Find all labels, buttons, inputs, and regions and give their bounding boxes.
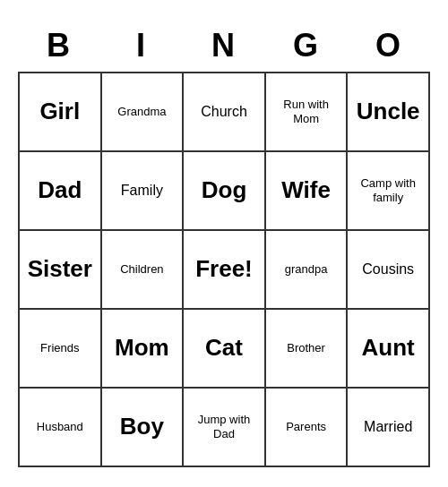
cell-text: Jump with Dad [187,413,261,440]
cell-r1-c2: Dog [184,152,266,231]
cell-text: Parents [286,420,326,434]
header-letter: B [18,20,100,72]
cell-text: Wife [281,176,331,204]
header-letter: O [348,20,430,72]
cell-text: Cousins [362,261,414,278]
cell-r2-c0: Sister [20,231,102,310]
cell-r4-c4: Married [348,389,430,467]
cell-text: Girl [39,98,80,125]
cell-text: Boy [120,413,164,440]
cell-text: Run with Mom [270,98,343,125]
bingo-grid: GirlGrandmaChurchRun with MomUncleDadFam… [18,72,430,467]
cell-text: Aunt [362,334,415,362]
cell-r4-c0: Husband [20,389,102,467]
cell-text: Dog [202,176,247,204]
cell-r1-c1: Family [102,152,185,231]
cell-r3-c0: Friends [20,310,102,389]
cell-r3-c4: Aunt [348,310,430,389]
cell-r0-c2: Church [184,73,266,152]
cell-text: Married [364,418,412,435]
cell-text: Husband [37,420,83,434]
cell-r4-c2: Jump with Dad [184,389,266,467]
header-letter: N [183,20,265,72]
cell-text: Church [201,103,247,120]
cell-text: Uncle [357,98,420,125]
cell-r3-c2: Cat [184,310,266,389]
cell-r1-c3: Wife [266,152,349,231]
cell-text: Children [120,262,163,277]
cell-r0-c0: Girl [20,73,102,152]
cell-r1-c4: Camp with family [348,152,430,231]
cell-r2-c1: Children [102,231,185,310]
cell-r0-c1: Grandma [102,73,185,152]
cell-r2-c2: Free! [184,231,266,310]
cell-text: Free! [195,255,253,283]
cell-r4-c3: Parents [266,389,349,467]
cell-r3-c3: Brother [266,310,349,389]
bingo-header: BINGO [18,20,430,72]
cell-text: Dad [38,176,82,204]
cell-text: Family [121,182,163,199]
cell-r1-c0: Dad [20,152,102,231]
cell-text: Camp with family [351,176,425,204]
cell-text: Brother [287,341,325,355]
cell-r3-c1: Mom [102,310,185,389]
bingo-card: BINGO GirlGrandmaChurchRun with MomUncle… [9,11,439,476]
cell-r4-c1: Boy [102,389,185,467]
cell-r2-c4: Cousins [348,231,430,310]
cell-text: Friends [40,341,79,355]
header-letter: I [100,20,183,72]
cell-text: Sister [28,255,92,283]
cell-text: Grandma [117,105,166,119]
cell-r0-c3: Run with Mom [266,73,349,152]
cell-r0-c4: Uncle [348,73,430,152]
header-letter: G [265,20,348,72]
cell-r2-c3: grandpa [266,231,349,310]
cell-text: Cat [205,334,243,362]
cell-text: grandpa [285,262,328,277]
cell-text: Mom [115,334,169,362]
